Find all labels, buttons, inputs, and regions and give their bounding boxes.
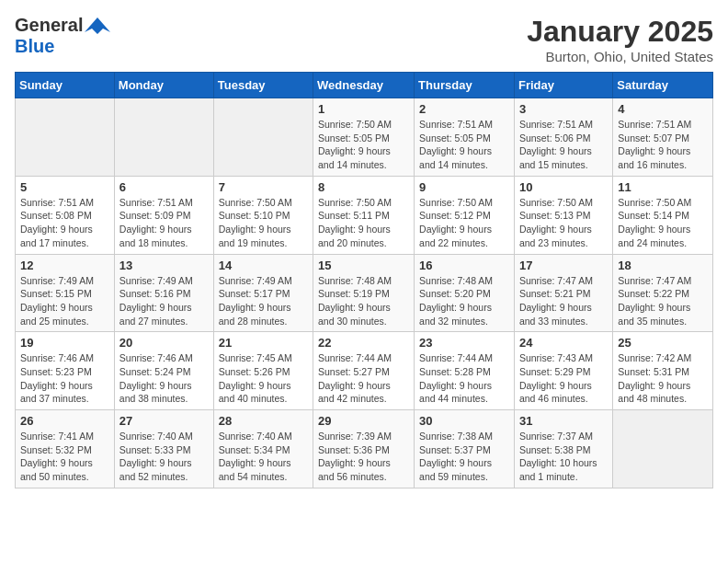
day-number: 28 <box>219 414 308 428</box>
day-number: 7 <box>219 180 308 194</box>
day-info: Sunrise: 7:43 AM Sunset: 5:29 PM Dayligh… <box>519 351 608 406</box>
day-info: Sunrise: 7:50 AM Sunset: 5:13 PM Dayligh… <box>519 196 608 250</box>
calendar-cell <box>16 98 115 177</box>
logo: General Blue <box>15 15 110 57</box>
calendar-cell: 7Sunrise: 7:50 AM Sunset: 5:10 PM Daylig… <box>213 176 313 254</box>
calendar-cell: 2Sunrise: 7:51 AM Sunset: 5:05 PM Daylig… <box>415 98 515 177</box>
day-info: Sunrise: 7:44 AM Sunset: 5:27 PM Dayligh… <box>318 351 409 406</box>
day-number: 22 <box>318 336 409 350</box>
calendar-cell: 11Sunrise: 7:50 AM Sunset: 5:14 PM Dayli… <box>613 176 713 254</box>
day-number: 10 <box>519 180 608 194</box>
day-number: 24 <box>519 336 608 350</box>
day-info: Sunrise: 7:38 AM Sunset: 5:37 PM Dayligh… <box>419 430 509 484</box>
day-number: 16 <box>419 259 509 272</box>
day-number: 29 <box>318 414 409 428</box>
calendar-table: SundayMondayTuesdayWednesdayThursdayFrid… <box>15 72 713 488</box>
day-info: Sunrise: 7:49 AM Sunset: 5:17 PM Dayligh… <box>219 274 308 328</box>
calendar-cell: 24Sunrise: 7:43 AM Sunset: 5:29 PM Dayli… <box>514 332 612 410</box>
day-info: Sunrise: 7:51 AM Sunset: 5:05 PM Dayligh… <box>419 118 509 172</box>
calendar-cell: 20Sunrise: 7:46 AM Sunset: 5:24 PM Dayli… <box>114 332 213 410</box>
week-row-5: 26Sunrise: 7:41 AM Sunset: 5:32 PM Dayli… <box>16 410 713 488</box>
day-header-friday: Friday <box>514 73 612 98</box>
title-block: January 2025 Burton, Ohio, United States <box>527 15 713 64</box>
day-number: 9 <box>419 180 509 194</box>
day-number: 21 <box>219 336 308 350</box>
calendar-cell: 19Sunrise: 7:46 AM Sunset: 5:23 PM Dayli… <box>16 332 115 410</box>
day-header-thursday: Thursday <box>415 73 515 98</box>
day-number: 15 <box>318 259 409 272</box>
calendar-cell: 1Sunrise: 7:50 AM Sunset: 5:05 PM Daylig… <box>313 98 415 177</box>
calendar-cell: 25Sunrise: 7:42 AM Sunset: 5:31 PM Dayli… <box>613 332 713 410</box>
calendar-cell <box>613 410 713 488</box>
calendar-cell: 6Sunrise: 7:51 AM Sunset: 5:09 PM Daylig… <box>114 176 213 254</box>
calendar-cell: 17Sunrise: 7:47 AM Sunset: 5:21 PM Dayli… <box>514 254 612 332</box>
day-info: Sunrise: 7:41 AM Sunset: 5:32 PM Dayligh… <box>20 430 109 484</box>
day-info: Sunrise: 7:50 AM Sunset: 5:12 PM Dayligh… <box>419 196 509 250</box>
day-number: 1 <box>318 102 409 116</box>
day-info: Sunrise: 7:46 AM Sunset: 5:23 PM Dayligh… <box>20 351 109 406</box>
day-header-tuesday: Tuesday <box>213 73 313 98</box>
day-info: Sunrise: 7:47 AM Sunset: 5:22 PM Dayligh… <box>618 274 708 328</box>
day-info: Sunrise: 7:49 AM Sunset: 5:16 PM Dayligh… <box>119 274 209 328</box>
calendar-cell: 31Sunrise: 7:37 AM Sunset: 5:38 PM Dayli… <box>514 410 612 488</box>
day-number: 25 <box>618 336 708 350</box>
calendar-title: January 2025 <box>527 15 713 49</box>
week-row-3: 12Sunrise: 7:49 AM Sunset: 5:15 PM Dayli… <box>16 254 713 332</box>
calendar-cell: 8Sunrise: 7:50 AM Sunset: 5:11 PM Daylig… <box>313 176 415 254</box>
calendar-cell: 14Sunrise: 7:49 AM Sunset: 5:17 PM Dayli… <box>213 254 313 332</box>
calendar-cell: 30Sunrise: 7:38 AM Sunset: 5:37 PM Dayli… <box>415 410 515 488</box>
calendar-cell: 21Sunrise: 7:45 AM Sunset: 5:26 PM Dayli… <box>213 332 313 410</box>
week-row-1: 1Sunrise: 7:50 AM Sunset: 5:05 PM Daylig… <box>16 98 713 177</box>
day-header-sunday: Sunday <box>16 73 115 98</box>
day-number: 18 <box>618 259 708 272</box>
day-number: 20 <box>119 336 209 350</box>
calendar-cell: 5Sunrise: 7:51 AM Sunset: 5:08 PM Daylig… <box>16 176 115 254</box>
day-info: Sunrise: 7:37 AM Sunset: 5:38 PM Dayligh… <box>519 430 608 484</box>
day-info: Sunrise: 7:45 AM Sunset: 5:26 PM Dayligh… <box>219 351 308 406</box>
day-info: Sunrise: 7:50 AM Sunset: 5:14 PM Dayligh… <box>618 196 708 250</box>
day-info: Sunrise: 7:51 AM Sunset: 5:09 PM Dayligh… <box>119 196 209 250</box>
day-number: 12 <box>20 259 109 272</box>
day-info: Sunrise: 7:51 AM Sunset: 5:06 PM Dayligh… <box>519 118 608 172</box>
day-info: Sunrise: 7:48 AM Sunset: 5:20 PM Dayligh… <box>419 274 509 328</box>
calendar-cell: 18Sunrise: 7:47 AM Sunset: 5:22 PM Dayli… <box>613 254 713 332</box>
logo-blue-text: Blue <box>15 36 54 56</box>
calendar-cell: 28Sunrise: 7:40 AM Sunset: 5:34 PM Dayli… <box>213 410 313 488</box>
day-number: 17 <box>519 259 608 272</box>
day-number: 27 <box>119 414 209 428</box>
day-info: Sunrise: 7:50 AM Sunset: 5:05 PM Dayligh… <box>318 118 409 172</box>
day-header-monday: Monday <box>114 73 213 98</box>
day-info: Sunrise: 7:50 AM Sunset: 5:10 PM Dayligh… <box>219 196 308 250</box>
day-info: Sunrise: 7:51 AM Sunset: 5:07 PM Dayligh… <box>618 118 708 172</box>
day-info: Sunrise: 7:39 AM Sunset: 5:36 PM Dayligh… <box>318 430 409 484</box>
svg-marker-0 <box>85 17 110 34</box>
day-number: 14 <box>219 259 308 272</box>
day-number: 2 <box>419 102 509 116</box>
calendar-subtitle: Burton, Ohio, United States <box>527 49 713 64</box>
day-header-saturday: Saturday <box>613 73 713 98</box>
day-info: Sunrise: 7:42 AM Sunset: 5:31 PM Dayligh… <box>618 351 708 406</box>
calendar-cell: 29Sunrise: 7:39 AM Sunset: 5:36 PM Dayli… <box>313 410 415 488</box>
day-info: Sunrise: 7:44 AM Sunset: 5:28 PM Dayligh… <box>419 351 509 406</box>
day-info: Sunrise: 7:51 AM Sunset: 5:08 PM Dayligh… <box>20 196 109 250</box>
calendar-cell: 27Sunrise: 7:40 AM Sunset: 5:33 PM Dayli… <box>114 410 213 488</box>
day-number: 31 <box>519 414 608 428</box>
calendar-cell: 3Sunrise: 7:51 AM Sunset: 5:06 PM Daylig… <box>514 98 612 177</box>
day-info: Sunrise: 7:49 AM Sunset: 5:15 PM Dayligh… <box>20 274 109 328</box>
day-number: 3 <box>519 102 608 116</box>
day-header-wednesday: Wednesday <box>313 73 415 98</box>
calendar-cell: 12Sunrise: 7:49 AM Sunset: 5:15 PM Dayli… <box>16 254 115 332</box>
day-info: Sunrise: 7:48 AM Sunset: 5:19 PM Dayligh… <box>318 274 409 328</box>
calendar-cell: 23Sunrise: 7:44 AM Sunset: 5:28 PM Dayli… <box>415 332 515 410</box>
calendar-cell <box>213 98 313 177</box>
logo-bird-icon <box>85 16 110 36</box>
calendar-cell: 22Sunrise: 7:44 AM Sunset: 5:27 PM Dayli… <box>313 332 415 410</box>
day-number: 30 <box>419 414 509 428</box>
calendar-cell: 13Sunrise: 7:49 AM Sunset: 5:16 PM Dayli… <box>114 254 213 332</box>
calendar-cell <box>114 98 213 177</box>
day-number: 19 <box>20 336 109 350</box>
logo-general-text: General <box>15 15 83 36</box>
day-number: 26 <box>20 414 109 428</box>
day-number: 11 <box>618 180 708 194</box>
day-number: 4 <box>618 102 708 116</box>
